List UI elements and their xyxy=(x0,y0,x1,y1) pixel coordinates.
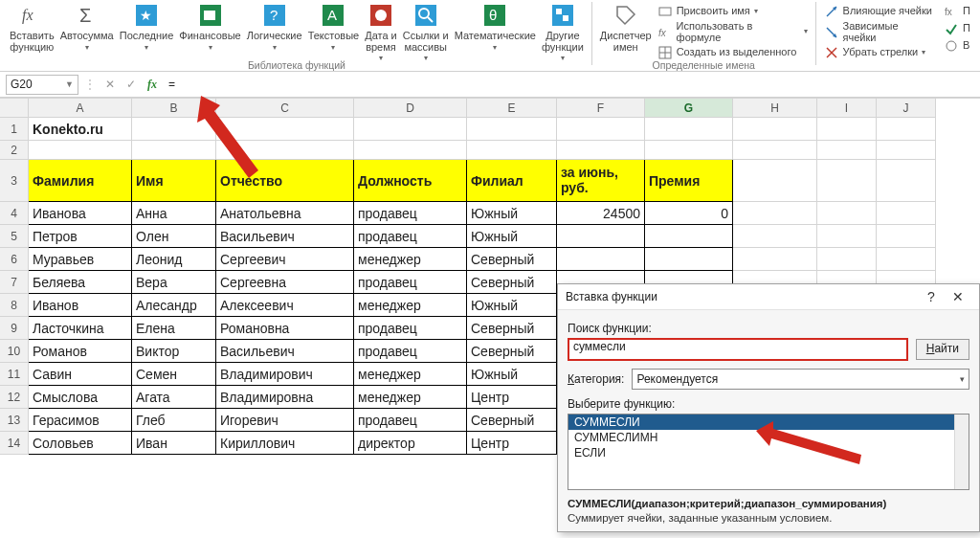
cell-C7[interactable]: Сергеевна xyxy=(216,271,354,294)
cell-E11[interactable]: Южный xyxy=(467,363,557,386)
cell-C3[interactable]: Отчество xyxy=(216,160,354,202)
cell-C12[interactable]: Владимировна xyxy=(216,386,354,409)
help-button[interactable]: ? xyxy=(918,289,945,304)
cell-A9[interactable]: Ласточкина xyxy=(29,317,132,340)
function-list[interactable]: СУММЕСЛИСУММЕСЛИМНЕСЛИ xyxy=(568,414,969,490)
cell-C10[interactable]: Васильевич xyxy=(216,340,354,363)
cell-H5[interactable] xyxy=(733,225,817,248)
row-header-13[interactable]: 13 xyxy=(0,409,29,432)
cell-A5[interactable]: Петров xyxy=(29,225,132,248)
cell-D3[interactable]: Должность xyxy=(354,160,467,202)
logical-button[interactable]: ? Логические xyxy=(247,2,302,52)
cell-F6[interactable] xyxy=(557,248,645,271)
cell-B6[interactable]: Леонид xyxy=(132,248,216,271)
cell-B2[interactable] xyxy=(132,141,216,160)
cell-C11[interactable]: Владимирович xyxy=(216,363,354,386)
function-list-item[interactable]: СУММЕСЛИМН xyxy=(568,430,969,445)
col-header-H[interactable]: H xyxy=(733,99,817,118)
row-header-10[interactable]: 10 xyxy=(0,340,29,363)
cell-C1[interactable] xyxy=(216,118,354,141)
cell-D7[interactable]: продавец xyxy=(354,271,467,294)
cell-B4[interactable]: Анна xyxy=(132,202,216,225)
cell-G6[interactable] xyxy=(645,248,733,271)
create-from-sel-button[interactable]: Создать из выделенного xyxy=(657,45,808,60)
trace-dependents-button[interactable]: Зависимые ячейки xyxy=(824,21,935,43)
text-button[interactable]: A Текстовые xyxy=(308,2,360,52)
cell-D2[interactable] xyxy=(354,141,467,160)
cell-E7[interactable]: Северный xyxy=(467,271,557,294)
remove-arrows-button[interactable]: Убрать стрелки xyxy=(824,45,935,60)
col-header-B[interactable]: B xyxy=(132,99,216,118)
cell-D8[interactable]: менеджер xyxy=(354,294,467,317)
cell-A8[interactable]: Иванов xyxy=(29,294,132,317)
cell-E1[interactable] xyxy=(467,118,557,141)
cell-A7[interactable]: Беляева xyxy=(29,271,132,294)
formula-input[interactable]: = xyxy=(163,78,980,91)
cell-H2[interactable] xyxy=(733,141,817,160)
cell-F2[interactable] xyxy=(557,141,645,160)
cell-J1[interactable] xyxy=(877,118,936,141)
cell-F4[interactable]: 24500 xyxy=(557,202,645,225)
financial-button[interactable]: Финансовые xyxy=(179,2,240,52)
cell-J5[interactable] xyxy=(877,225,936,248)
cell-I2[interactable] xyxy=(817,141,877,160)
cell-G2[interactable] xyxy=(645,141,733,160)
cell-J4[interactable] xyxy=(877,202,936,225)
fx-button[interactable]: fx xyxy=(142,78,163,92)
lookup-button[interactable]: Ссылки и массивы xyxy=(403,2,449,62)
cell-A3[interactable]: Фамилия xyxy=(29,160,132,202)
cell-E8[interactable]: Южный xyxy=(467,294,557,317)
cell-D5[interactable]: продавец xyxy=(354,225,467,248)
cell-J6[interactable] xyxy=(877,248,936,271)
col-header-D[interactable]: D xyxy=(354,99,467,118)
row-header-4[interactable]: 4 xyxy=(0,202,29,225)
cell-B14[interactable]: Иван xyxy=(132,432,216,455)
cell-D9[interactable]: продавец xyxy=(354,317,467,340)
row-header-7[interactable]: 7 xyxy=(0,271,29,294)
cell-D14[interactable]: директор xyxy=(354,432,467,455)
cell-E4[interactable]: Южный xyxy=(467,202,557,225)
row-header-3[interactable]: 3 xyxy=(0,160,29,202)
cell-E13[interactable]: Северный xyxy=(467,409,557,432)
col-header-C[interactable]: C xyxy=(216,99,354,118)
define-name-button[interactable]: Присвоить имя xyxy=(657,4,808,19)
insert-function-button[interactable]: fx Вставить функцию xyxy=(10,2,55,53)
cell-C8[interactable]: Алексеевич xyxy=(216,294,354,317)
more-fn-button[interactable]: Другие функции xyxy=(542,2,584,62)
cell-I6[interactable] xyxy=(817,248,877,271)
row-header-2[interactable]: 2 xyxy=(0,141,29,160)
col-header-J[interactable]: J xyxy=(877,99,936,118)
cell-E6[interactable]: Северный xyxy=(467,248,557,271)
cell-E3[interactable]: Филиал xyxy=(467,160,557,202)
cell-A6[interactable]: Муравьев xyxy=(29,248,132,271)
cell-E14[interactable]: Центр xyxy=(467,432,557,455)
cell-D12[interactable]: менеджер xyxy=(354,386,467,409)
cell-E12[interactable]: Центр xyxy=(467,386,557,409)
math-button[interactable]: θ Математические xyxy=(455,2,536,52)
cell-D11[interactable]: менеджер xyxy=(354,363,467,386)
aux3-button[interactable]: В xyxy=(944,38,970,54)
cell-A1[interactable]: Konekto.ru xyxy=(29,118,132,141)
autosum-button[interactable]: Σ Автосумма xyxy=(60,2,114,52)
cell-D4[interactable]: продавец xyxy=(354,202,467,225)
cell-A2[interactable] xyxy=(29,141,132,160)
cell-H4[interactable] xyxy=(733,202,817,225)
aux1-button[interactable]: fxП xyxy=(944,4,970,19)
cell-A10[interactable]: Романов xyxy=(29,340,132,363)
row-header-14[interactable]: 14 xyxy=(0,432,29,455)
col-header-A[interactable]: A xyxy=(29,99,132,118)
cell-H1[interactable] xyxy=(733,118,817,141)
cell-G5[interactable] xyxy=(645,225,733,248)
use-in-formula-button[interactable]: fx Использовать в формуле xyxy=(657,21,808,43)
enter-button[interactable]: ✓ xyxy=(121,78,142,91)
row-header-8[interactable]: 8 xyxy=(0,294,29,317)
cell-H3[interactable] xyxy=(733,160,817,202)
cell-F1[interactable] xyxy=(557,118,645,141)
cell-B3[interactable]: Имя xyxy=(132,160,216,202)
cell-C9[interactable]: Романовна xyxy=(216,317,354,340)
cell-A13[interactable]: Герасимов xyxy=(29,409,132,432)
datetime-button[interactable]: Дата и время xyxy=(365,2,397,62)
col-header-F[interactable]: F xyxy=(557,99,645,118)
cell-F3[interactable]: за июнь, руб. xyxy=(557,160,645,202)
cell-C4[interactable]: Анатольевна xyxy=(216,202,354,225)
